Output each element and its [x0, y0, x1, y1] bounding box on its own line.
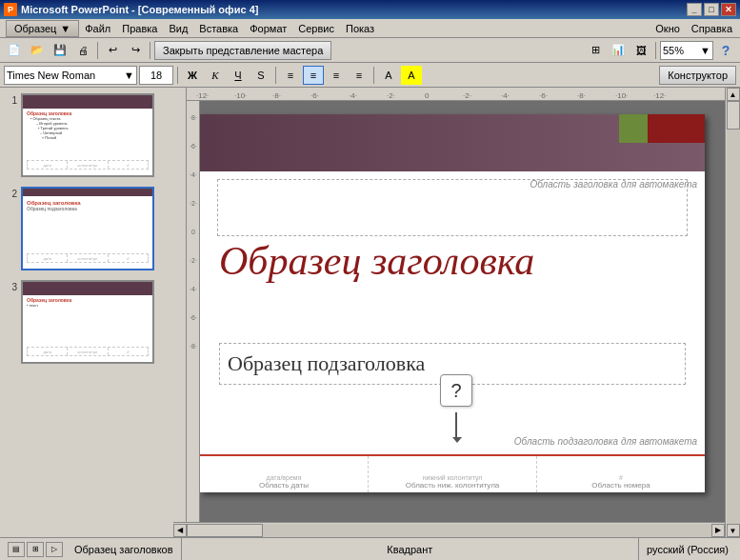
- slide-preview-3[interactable]: Образец заголовка • текст дата колонтиту…: [21, 280, 154, 364]
- menu-file[interactable]: Файл: [79, 21, 116, 36]
- help-tooltip[interactable]: ?: [440, 374, 472, 407]
- slide-bottom-bar: дата/время Область даты нижний колонтиту…: [200, 454, 705, 492]
- close-master-button[interactable]: Закрыть представление мастера: [154, 41, 331, 60]
- toolbar-format: Times New Roman ▼ 18 Ж К Ч S ≡ ≡ ≡ ≡ A A…: [0, 63, 740, 88]
- slides-panel: 1 Образец заголовка • Образец текста – В…: [0, 88, 187, 522]
- menu-window[interactable]: Окно: [650, 21, 686, 36]
- slide-num-3: 3: [6, 282, 17, 292]
- help-button[interactable]: ?: [715, 41, 736, 60]
- align-center-button[interactable]: ≡: [303, 66, 324, 85]
- slide-sorter-button[interactable]: ⊞: [27, 542, 44, 557]
- status-bar: ▤ ⊞ ▷ Образец заголовков Квадрант русски…: [0, 537, 740, 560]
- menu-show[interactable]: Показ: [340, 21, 380, 36]
- slide-canvas[interactable]: Область заголовка для автомакета Образец…: [200, 114, 705, 492]
- img-btn[interactable]: 🖼: [630, 41, 651, 60]
- menu-format[interactable]: Формат: [244, 21, 292, 36]
- align-left-button[interactable]: ≡: [280, 66, 301, 85]
- bg-color-button[interactable]: A: [401, 66, 422, 85]
- slide-title-area[interactable]: Образец заголовка: [219, 238, 686, 284]
- number-area-label: Область номера: [591, 481, 650, 490]
- toolbar-standard: 📄 📂 💾 🖨 ↩ ↪ Закрыть представление мастер…: [0, 38, 740, 63]
- scroll-right-button[interactable]: ▶: [711, 524, 725, 537]
- slide-top-decoration: [200, 114, 705, 171]
- open-button[interactable]: 📂: [27, 41, 48, 60]
- align-justify-button[interactable]: ≡: [349, 66, 370, 85]
- slide-subtitle[interactable]: Образец подзаголовка: [228, 351, 677, 376]
- slide-thumb-2[interactable]: 2 Образец заголовка Образец подзаголовка…: [4, 185, 182, 272]
- normal-view-button[interactable]: ▤: [8, 542, 25, 557]
- zoom-dropdown[interactable]: 55% ▼: [660, 41, 713, 60]
- slide-preview-1[interactable]: Образец заголовка • Образец текста – Вто…: [21, 93, 154, 177]
- svg-text:·12·: ·12·: [653, 91, 666, 100]
- maximize-button[interactable]: □: [704, 3, 719, 16]
- menu-view[interactable]: Вид: [163, 21, 193, 36]
- scroll-left-button[interactable]: ◀: [173, 524, 187, 537]
- konstruktor-button[interactable]: Конструктор: [659, 66, 736, 85]
- ruler-horizontal: ·12· ·10· ·8· ·6· ·4· ·2· 0 ·2· ·4· ·6· …: [187, 88, 725, 101]
- sep2: [150, 42, 150, 59]
- scrollbar-vertical[interactable]: ▲ ▼: [725, 88, 740, 537]
- scroll-track-v[interactable]: [727, 101, 740, 524]
- tooltip-arrow: [452, 437, 462, 443]
- font-size-dropdown[interactable]: 18: [139, 66, 173, 85]
- title-bar: P Microsoft PowerPoint - [Современный оф…: [0, 0, 740, 19]
- scroll-down-button[interactable]: ▼: [727, 524, 740, 537]
- subheader-area-label: Область подзаголовка для автомакета: [514, 436, 697, 447]
- svg-text:·4·: ·4·: [190, 286, 197, 292]
- view-buttons[interactable]: ▤ ⊞ ▷: [4, 542, 67, 557]
- close-button[interactable]: ✕: [721, 3, 736, 16]
- align-right-button[interactable]: ≡: [326, 66, 347, 85]
- slide-thumb-1[interactable]: 1 Образец заголовка • Образец текста – В…: [4, 91, 182, 179]
- underline-button[interactable]: Ч: [228, 66, 249, 85]
- slide-title[interactable]: Образец заголовка: [219, 238, 686, 284]
- scroll-thumb-v[interactable]: [727, 101, 740, 130]
- menu-help[interactable]: Справка: [686, 21, 738, 36]
- svg-text:·4·: ·4·: [190, 171, 197, 178]
- menu-tools[interactable]: Сервис: [292, 21, 340, 36]
- status-slide-name: Образец заголовков: [67, 538, 182, 560]
- sep1: [97, 42, 98, 59]
- menu-bar: Образец ▼ Файл Правка Вид Вставка Формат…: [0, 19, 740, 38]
- italic-button[interactable]: К: [205, 66, 226, 85]
- scrollbar-horizontal[interactable]: ◀ ▶: [173, 522, 725, 537]
- strikethrough-button[interactable]: S: [250, 66, 271, 85]
- scroll-up-button[interactable]: ▲: [727, 88, 740, 101]
- window-title: Microsoft PowerPoint - [Современный офис…: [21, 4, 687, 15]
- new-button[interactable]: 📄: [4, 41, 25, 60]
- sep5: [275, 67, 276, 84]
- svg-text:·10·: ·10·: [615, 91, 628, 100]
- date-area-label: Область даты: [259, 481, 309, 490]
- svg-text:·6·: ·6·: [190, 143, 197, 150]
- scroll-thumb-h[interactable]: [187, 524, 263, 537]
- menu-edit[interactable]: Правка: [116, 21, 163, 36]
- font-family-dropdown[interactable]: Times New Roman ▼: [4, 66, 137, 85]
- window-controls[interactable]: _ □ ✕: [687, 3, 736, 16]
- obrazec-dropdown[interactable]: Образец ▼: [6, 20, 79, 37]
- svg-text:·4·: ·4·: [501, 91, 510, 100]
- svg-text:·8·: ·8·: [190, 114, 197, 121]
- tooltip-line: [455, 412, 457, 439]
- table-btn[interactable]: ⊞: [585, 41, 606, 60]
- save-button[interactable]: 💾: [50, 41, 70, 60]
- footer-area-label: Область ниж. колонтитула: [406, 481, 500, 490]
- menu-insert[interactable]: Вставка: [193, 21, 244, 36]
- date-label-top: дата/время: [267, 474, 302, 481]
- accent-green: [619, 114, 648, 143]
- svg-text:·2·: ·2·: [463, 91, 471, 100]
- slide-num-1: 1: [6, 95, 17, 106]
- font-color-button[interactable]: A: [378, 66, 399, 85]
- redo-button[interactable]: ↪: [125, 41, 146, 60]
- title-placeholder-border: [217, 179, 688, 236]
- print-button[interactable]: 🖨: [72, 41, 93, 60]
- show-button[interactable]: ▷: [46, 542, 63, 557]
- footer-area-cell: нижний колонтитул Область ниж. колонтиту…: [369, 456, 537, 492]
- accent-red: [648, 114, 705, 143]
- slide-thumb-3[interactable]: 3 Образец заголовка • текст дата колонти…: [4, 278, 182, 366]
- minimize-button[interactable]: _: [687, 3, 702, 16]
- chart-btn[interactable]: 📊: [608, 41, 629, 60]
- undo-button[interactable]: ↩: [102, 41, 123, 60]
- scroll-track-h[interactable]: [187, 524, 711, 537]
- slide-preview-2[interactable]: Образец заголовка Образец подзаголовка д…: [21, 187, 154, 270]
- svg-text:·8·: ·8·: [190, 343, 197, 350]
- bold-button[interactable]: Ж: [182, 66, 203, 85]
